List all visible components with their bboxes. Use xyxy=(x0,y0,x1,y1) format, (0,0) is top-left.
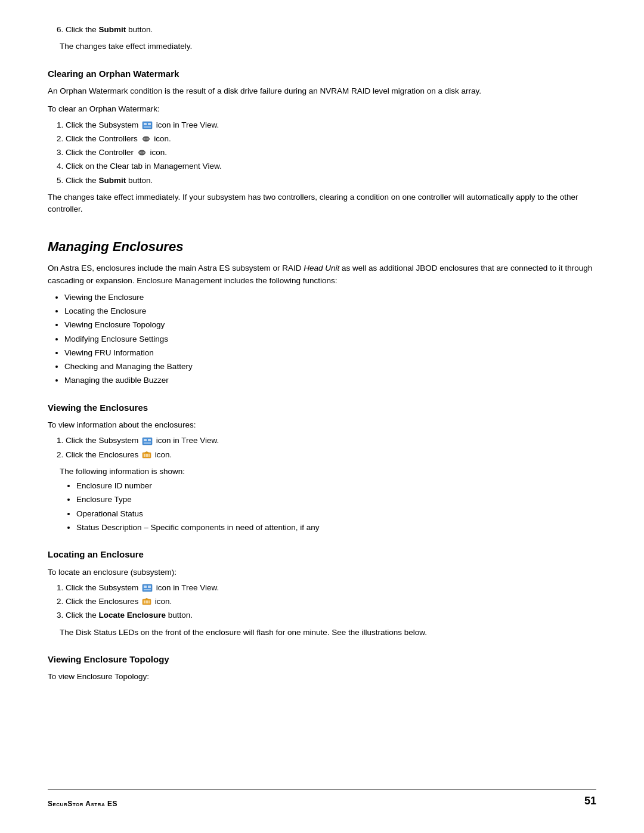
step-6: Click the Submit button. xyxy=(66,24,596,36)
svg-rect-3 xyxy=(144,126,151,128)
clearing-step-1: Click the Subsystem icon in Tree View. xyxy=(66,119,596,131)
managing-enclosures-intro: On Astra ES, enclosures include the main… xyxy=(48,262,596,287)
managing-enclosures-heading: Managing Enclosures xyxy=(48,237,596,256)
managing-enclosures-section: Managing Enclosures On Astra ES, enclosu… xyxy=(48,237,596,386)
svg-rect-25 xyxy=(146,600,148,603)
managing-enclosures-bullets: Viewing the Enclosure Locating the Enclo… xyxy=(64,292,596,387)
svg-marker-27 xyxy=(144,598,149,599)
locating-step-3: Click the Locate Enclosure button. xyxy=(66,609,596,621)
svg-rect-10 xyxy=(143,438,152,445)
page-number: 51 xyxy=(584,793,596,809)
svg-rect-2 xyxy=(148,123,151,125)
svg-rect-17 xyxy=(148,454,150,457)
clearing-step-4: Click on the Clear tab in Management Vie… xyxy=(66,160,596,172)
info-bullet-id: Enclosure ID number xyxy=(76,480,596,492)
footer-brand: SecurStor Astra ES xyxy=(48,798,117,809)
svg-rect-6 xyxy=(145,138,147,140)
svg-rect-13 xyxy=(144,442,151,444)
svg-point-7 xyxy=(139,152,141,154)
svg-point-8 xyxy=(143,152,144,154)
clearing-watermark-footer: The changes take effect immediately. If … xyxy=(48,191,596,216)
info-bullet-type: Enclosure Type xyxy=(76,494,596,506)
svg-point-5 xyxy=(147,138,148,140)
page-footer: SecurStor Astra ES 51 xyxy=(48,789,596,809)
locating-step-1: Click the Subsystem icon in Tree View. xyxy=(66,582,596,594)
viewing-topology-section: Viewing Enclosure Topology To view Enclo… xyxy=(48,653,596,683)
step-6-text: Click the Submit button. xyxy=(66,25,153,34)
viewing-enclosures-heading: Viewing the Enclosures xyxy=(48,401,596,415)
info-bullet-description: Status Description – Specific components… xyxy=(76,522,596,534)
clearing-step-2: Click the Controllers icon. xyxy=(66,133,596,145)
enclosure-icon-2 xyxy=(142,597,151,606)
clearing-steps-list: Click the Subsystem icon in Tree View. C… xyxy=(66,119,596,187)
svg-rect-15 xyxy=(144,454,145,457)
clearing-step-5: Click the Submit button. xyxy=(66,175,596,187)
locating-steps-list: Click the Subsystem icon in Tree View. C… xyxy=(66,582,596,622)
locating-step-2: Click the Enclosures icon. xyxy=(66,596,596,608)
bullet-managing-buzzer: Managing the audible Buzzer xyxy=(64,374,596,386)
svg-rect-16 xyxy=(146,454,148,457)
locating-footer: The Disk Status LEDs on the front of the… xyxy=(60,627,596,639)
head-unit-italic: Head Unit xyxy=(304,264,339,272)
clearing-watermark-section: Clearing an Orphan Watermark An Orphan W… xyxy=(48,67,596,216)
svg-marker-18 xyxy=(144,451,149,453)
bullet-locating-enclosure: Locating the Enclosure xyxy=(64,305,596,317)
bullet-checking-battery: Checking and Managing the Battery xyxy=(64,361,596,373)
viewing-following: The following information is shown: xyxy=(60,466,596,478)
locate-enclosure-bold: Locate Enclosure xyxy=(99,611,166,620)
viewing-topology-heading: Viewing Enclosure Topology xyxy=(48,653,596,667)
clearing-step-3: Click the Controller icon. xyxy=(66,147,596,159)
bullet-modifying-settings: Modifying Enclosure Settings xyxy=(64,333,596,345)
subsystem-icon-1 xyxy=(142,121,153,129)
svg-rect-12 xyxy=(148,439,151,441)
submit-bold: Submit xyxy=(99,25,126,34)
bullet-viewing-topology: Viewing Enclosure Topology xyxy=(64,319,596,331)
clearing-watermark-heading: Clearing an Orphan Watermark xyxy=(48,67,596,81)
svg-rect-22 xyxy=(144,589,151,590)
viewing-enclosures-intro: To view information about the enclosures… xyxy=(48,419,596,431)
viewing-enclosures-steps: Click the Subsystem icon in Tree View. C… xyxy=(66,435,596,461)
changes-text: The changes take effect immediately. xyxy=(60,41,596,52)
controllers-icon-1 xyxy=(141,135,151,143)
submit-bold-2: Submit xyxy=(99,176,126,185)
viewing-topology-intro: To view Enclosure Topology: xyxy=(48,671,596,683)
locating-enclosure-heading: Locating an Enclosure xyxy=(48,548,596,562)
svg-rect-1 xyxy=(144,123,147,125)
viewing-step-1: Click the Subsystem icon in Tree View. xyxy=(66,435,596,447)
locating-enclosure-intro: To locate an enclosure (subsystem): xyxy=(48,566,596,578)
svg-rect-26 xyxy=(148,600,150,603)
info-bullet-status: Operational Status xyxy=(76,508,596,520)
svg-rect-0 xyxy=(143,122,152,129)
clearing-watermark-intro: An Orphan Watermark condition is the res… xyxy=(48,85,596,97)
svg-rect-9 xyxy=(141,151,143,154)
clearing-watermark-toclear: To clear an Orphan Watermark: xyxy=(48,103,596,115)
controller-icon-1 xyxy=(137,148,147,157)
bullet-viewing-enclosure: Viewing the Enclosure xyxy=(64,292,596,304)
viewing-info-bullets: Enclosure ID number Enclosure Type Opera… xyxy=(76,480,596,534)
svg-rect-19 xyxy=(143,584,152,592)
viewing-step-2: Click the Enclosures icon. xyxy=(66,449,596,461)
locating-enclosure-section: Locating an Enclosure To locate an enclo… xyxy=(48,548,596,639)
svg-rect-11 xyxy=(144,439,147,441)
subsystem-icon-2 xyxy=(142,437,153,445)
svg-rect-21 xyxy=(148,586,151,588)
svg-rect-24 xyxy=(144,600,145,603)
svg-point-4 xyxy=(143,138,145,140)
viewing-enclosures-section: Viewing the Enclosures To view informati… xyxy=(48,401,596,534)
top-continuation: Click the Submit button. The changes tak… xyxy=(48,24,596,53)
subsystem-icon-3 xyxy=(142,584,153,592)
bullet-viewing-fru: Viewing FRU Information xyxy=(64,347,596,359)
svg-rect-20 xyxy=(144,586,147,588)
enclosure-icon-1 xyxy=(142,451,151,459)
